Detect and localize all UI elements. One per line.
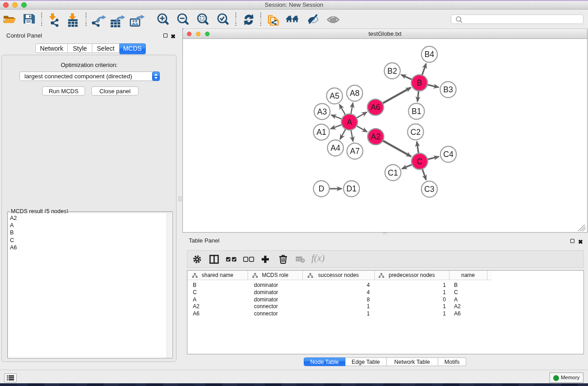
svg-text:A8: A8 <box>350 89 359 98</box>
svg-text:A1: A1 <box>316 128 326 137</box>
svg-text:D1: D1 <box>346 184 356 193</box>
svg-text:B2: B2 <box>387 67 397 76</box>
svg-text:C1: C1 <box>388 168 398 177</box>
svg-text:A: A <box>347 118 352 127</box>
svg-text:D: D <box>319 184 325 193</box>
svg-text:C4: C4 <box>443 150 454 159</box>
svg-text:A3: A3 <box>317 107 327 116</box>
svg-text:A7: A7 <box>350 147 359 156</box>
svg-text:B: B <box>417 78 422 87</box>
svg-text:A4: A4 <box>330 143 340 152</box>
svg-text:C2: C2 <box>411 128 421 137</box>
svg-text:C3: C3 <box>424 185 434 194</box>
svg-text:A2: A2 <box>371 132 380 141</box>
svg-text:A6: A6 <box>371 103 380 112</box>
svg-text:B1: B1 <box>411 107 421 116</box>
svg-text:C: C <box>417 157 423 166</box>
svg-text:B4: B4 <box>425 50 435 59</box>
svg-text:A5: A5 <box>330 91 339 100</box>
svg-text:B3: B3 <box>443 85 453 94</box>
